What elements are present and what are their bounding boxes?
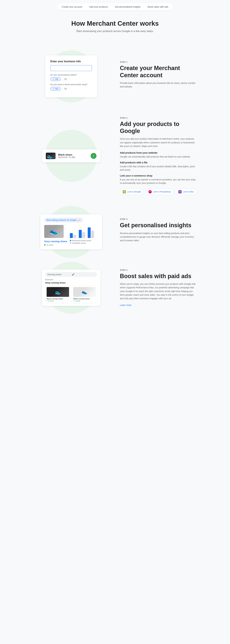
step4-description: When you're ready, you can further promo… (120, 282, 198, 300)
nav-pill-boost-sales[interactable]: Boost sales with ads (144, 4, 172, 10)
sub2-text: Create a file that contains all of your … (120, 165, 198, 172)
bar-blue-3 (88, 228, 91, 238)
product-tile-black: 👟 Black running shoes + In stock (45, 286, 70, 303)
prestashop-link-label: Link to PrestaShop (153, 190, 171, 193)
step3-visual: Best-selling products on Google 📈 👟 Grey… (32, 214, 110, 250)
woo-link-label: Link to Woo (183, 190, 194, 193)
step4-title: Boost sales with paid ads (120, 272, 198, 280)
chart-legend: Runaround shoes prices Competitor prices (70, 240, 94, 244)
nav-pill-create-account[interactable]: Create your account (58, 4, 85, 10)
nav-pills-container: Create your account Add your products Ge… (57, 3, 173, 10)
question2-label: Do you have a bricks-and-mortar shop? (50, 83, 92, 86)
business-form-card: Enter your business info Do you sell pro… (45, 56, 97, 97)
page-title: How Merchant Center works (3, 20, 227, 27)
bar-blue-2 (79, 230, 82, 238)
prestashop-icon: P (148, 190, 152, 194)
insights-product-name: Grey running shoes (44, 240, 67, 243)
woo-link-button[interactable]: W Link to Woo (176, 189, 197, 195)
white-shoe-image: 👟 (73, 287, 96, 297)
legend-dot-grey-icon (70, 242, 71, 244)
step2-label: STEP 2 (120, 117, 198, 119)
step1-text: STEP 1 Create your Merchant Center accou… (120, 61, 198, 92)
question1-yes[interactable]: Yes (50, 77, 61, 81)
ads-product-grid: 👟 Black running shoes + In stock 👟 White… (45, 286, 97, 303)
mic-icon: 🎤 (72, 273, 95, 276)
legend-dot-blue-icon (70, 240, 71, 241)
question1-label: Do you sell products online? (50, 74, 92, 76)
step1-description: Provide basic information about your bus… (120, 81, 198, 88)
step3-text: STEP 3 Get personalised insights Receive… (120, 218, 198, 246)
shopify-link-button[interactable]: S Link to Shopify (120, 189, 144, 195)
step3-description: Receive personalised insights on your be… (120, 232, 198, 242)
business-name-input[interactable] (50, 65, 92, 71)
stock-badge: In stock (44, 244, 53, 246)
step3-section: Best-selling products on Google 📈 👟 Grey… (26, 205, 204, 259)
question1-options: Yes No (50, 77, 92, 81)
learn-more-link[interactable]: Learn more (120, 304, 132, 306)
product-info: Black shoes NGH1234 ₹1,800 (58, 153, 88, 158)
step1-visual: Enter your business info Do you sell pro… (32, 56, 110, 97)
check-circle-icon: ✓ (91, 153, 96, 159)
step4-visual: Running shoes 🎤 Sponsored Shop running s… (32, 270, 110, 306)
stock-label: In stock (46, 244, 53, 246)
step4-section: STEP 4 Boost sales with paid ads When yo… (26, 259, 204, 316)
bar-group-3 (88, 228, 94, 238)
insights-header: Best-selling products on Google 📈 (44, 218, 98, 222)
sub1-heading: Add products from your website (120, 151, 198, 154)
grey-shoe-thumbnail: 👟 (44, 225, 64, 238)
step4-label: STEP 4 (120, 269, 198, 271)
bar-grey-3 (91, 231, 94, 238)
price-chart (70, 226, 94, 238)
stock-dot-icon (44, 244, 45, 246)
shopify-icon: S (123, 190, 126, 194)
black-shoe-name: Black running shoes (47, 298, 69, 300)
bar-group-1 (70, 233, 76, 238)
product-meta: NGH1234 ₹1,800 (58, 156, 88, 158)
bar-group-2 (79, 230, 85, 238)
prestashop-link-button[interactable]: P Link to PrestaShop (146, 189, 174, 195)
step2-visual: Black shoes NGH1234 ₹1,800 ✓ (32, 150, 110, 162)
step2-description: Once you add your product information to… (120, 137, 198, 148)
trend-icon: 📈 (77, 218, 81, 222)
product-preview-card: Black shoes NGH1234 ₹1,800 ✓ (42, 150, 100, 162)
hero-section: How Merchant Center works Start showcasi… (0, 12, 230, 46)
black-shoe-image: 👟 (47, 287, 69, 297)
sub1-text: Google can automatically add products th… (120, 155, 198, 158)
step2-section: STEP 2 Add your products to Google Once … (26, 107, 204, 205)
page-subtitle: Start showcasing your products across Go… (3, 30, 227, 33)
step1-title: Create your Merchant Center account (120, 64, 198, 78)
sponsored-label: Sponsored (45, 279, 97, 280)
sub3-text: If you use one of our partner e-commerce… (120, 178, 198, 185)
legend-competitor: Competitor prices (70, 242, 94, 244)
question2-no[interactable]: No (62, 87, 69, 90)
legend-competitor-label: Competitor prices (72, 242, 86, 244)
product-name: Black shoes (58, 153, 88, 156)
sub2-heading: Add products with a file (120, 161, 198, 164)
question1-no[interactable]: No (62, 77, 69, 81)
nav-pill-add-products[interactable]: Add your products (86, 4, 111, 10)
ads-preview-card: Running shoes 🎤 Sponsored Shop running s… (42, 270, 100, 306)
question2-yes[interactable]: Yes (50, 87, 61, 90)
step3-label: STEP 3 (120, 218, 198, 220)
product-tile-white: 👟 White running shoes + In stock (72, 286, 97, 303)
insights-card: Best-selling products on Google 📈 👟 Grey… (40, 214, 102, 250)
ecom-links-group: S Link to Shopify P Link to PrestaShop W… (120, 189, 198, 195)
nav-pill-insights[interactable]: Get personalised insights (112, 4, 144, 10)
woo-icon: W (178, 190, 182, 194)
legend-runaround: Runaround shoes prices (70, 240, 94, 242)
sub3-heading: Link your e-commerce shop (120, 174, 198, 177)
search-bar-simulation: Running shoes 🎤 (45, 272, 97, 277)
step1-label: STEP 1 (120, 61, 198, 63)
top-navigation: Create your account Add your products Ge… (0, 0, 230, 12)
white-shoe-stock: + In stock (73, 300, 96, 302)
white-shoe-name: White running shoes (73, 298, 96, 300)
badge-text: Best-selling products on Google (46, 219, 76, 221)
step3-title: Get personalised insights (120, 222, 198, 229)
bar-blue-1 (70, 233, 73, 238)
best-selling-badge: Best-selling products on Google 📈 (44, 218, 83, 222)
search-query-text: Running shoes (47, 273, 70, 276)
legend-runaround-label: Runaround shoes prices (72, 240, 91, 242)
question2-options: Yes No (50, 87, 92, 90)
step2-title: Add your products to Google (120, 120, 198, 134)
form-heading: Enter your business info (50, 60, 92, 63)
